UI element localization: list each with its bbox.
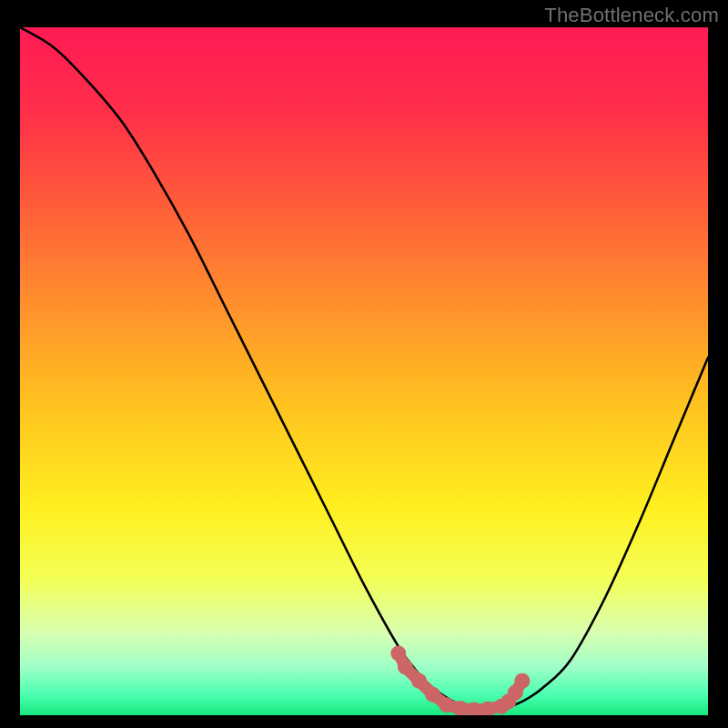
watermark-text: TheBottleneck.com <box>544 4 719 27</box>
marker-dot <box>514 673 530 689</box>
chart-frame: TheBottleneck.com <box>0 0 728 728</box>
marker-dot <box>439 697 454 713</box>
marker-dot <box>398 660 413 675</box>
gradient-background <box>20 27 708 715</box>
plot-area <box>20 27 708 715</box>
marker-dot <box>425 687 440 703</box>
marker-dot <box>390 645 406 661</box>
marker-dot <box>411 673 427 689</box>
bottleneck-chart <box>20 27 708 715</box>
